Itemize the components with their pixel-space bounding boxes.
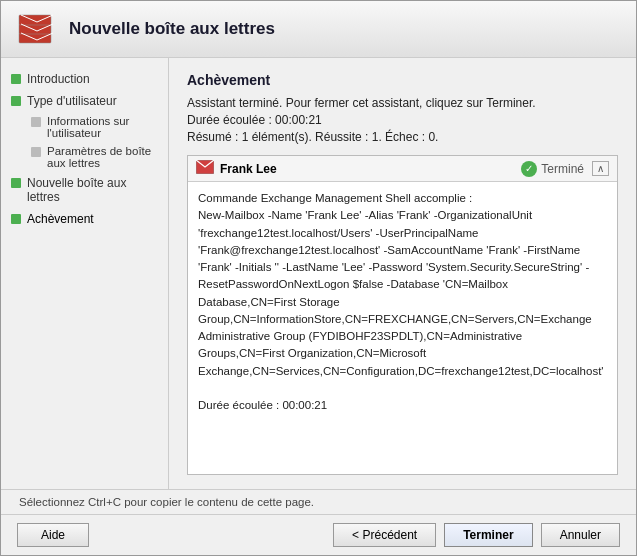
sidebar-item-parametres[interactable]: Paramètres de boîte aux lettres xyxy=(27,142,168,172)
result-user: Frank Lee xyxy=(196,160,277,177)
sidebar-item-introduction[interactable]: Introduction xyxy=(1,68,168,90)
sidebar-item-nouvelle-boite[interactable]: Nouvelle boîte aux lettres xyxy=(1,172,168,208)
button-bar: Aide < Précédent Terminer Annuler xyxy=(1,514,636,555)
result-user-name: Frank Lee xyxy=(220,162,277,176)
sidebar-dot-introduction xyxy=(11,74,21,84)
summary-text: Résumé : 1 élément(s). Réussite : 1. Éch… xyxy=(187,130,618,144)
back-button[interactable]: < Précédent xyxy=(333,523,436,547)
sidebar-dot-achevement xyxy=(11,214,21,224)
sidebar-item-informations[interactable]: Informations sur l'utilisateur xyxy=(27,112,168,142)
title-bar: Nouvelle boîte aux lettres xyxy=(1,1,636,58)
envelope-icon xyxy=(196,160,214,177)
sidebar-label-parametres: Paramètres de boîte aux lettres xyxy=(47,145,160,169)
content-area: Introduction Type d'utilisateur Informat… xyxy=(1,58,636,489)
app-icon xyxy=(17,11,57,47)
result-status: ✓ Terminé ∧ xyxy=(521,161,609,177)
result-box: Frank Lee ✓ Terminé ∧ Commande Exchange … xyxy=(187,155,618,475)
duration-text: Durée écoulée : 00:00:21 xyxy=(187,113,618,127)
check-icon: ✓ xyxy=(521,161,537,177)
result-command: Commande Exchange Management Shell accom… xyxy=(198,190,607,414)
result-header: Frank Lee ✓ Terminé ∧ xyxy=(188,156,617,182)
sidebar: Introduction Type d'utilisateur Informat… xyxy=(1,58,169,489)
sidebar-dot-type xyxy=(11,96,21,106)
help-button[interactable]: Aide xyxy=(17,523,89,547)
sidebar-dot-parametres xyxy=(31,147,41,157)
sidebar-sub-group: Informations sur l'utilisateur Paramètre… xyxy=(1,112,168,172)
main-content: Achèvement Assistant terminé. Pour ferme… xyxy=(169,58,636,489)
sidebar-label-informations: Informations sur l'utilisateur xyxy=(47,115,160,139)
footer-note: Sélectionnez Ctrl+C pour copier le conte… xyxy=(1,489,636,514)
cancel-button[interactable]: Annuler xyxy=(541,523,620,547)
dialog: Nouvelle boîte aux lettres Introduction … xyxy=(0,0,637,556)
sidebar-dot-nouvelle xyxy=(11,178,21,188)
sidebar-label-type: Type d'utilisateur xyxy=(27,94,117,108)
finish-button[interactable]: Terminer xyxy=(444,523,532,547)
sidebar-item-type-utilisateur[interactable]: Type d'utilisateur xyxy=(1,90,168,112)
collapse-button[interactable]: ∧ xyxy=(592,161,609,176)
section-title: Achèvement xyxy=(187,72,618,88)
status-label: Terminé xyxy=(541,162,584,176)
sidebar-dot-informations xyxy=(31,117,41,127)
sidebar-label-introduction: Introduction xyxy=(27,72,90,86)
result-body: Commande Exchange Management Shell accom… xyxy=(188,182,617,474)
intro-text: Assistant terminé. Pour fermer cet assis… xyxy=(187,96,618,110)
status-badge: ✓ Terminé xyxy=(521,161,584,177)
dialog-title: Nouvelle boîte aux lettres xyxy=(69,19,275,39)
sidebar-item-achevement[interactable]: Achèvement xyxy=(1,208,168,230)
sidebar-label-nouvelle: Nouvelle boîte aux lettres xyxy=(27,176,158,204)
sidebar-label-achevement: Achèvement xyxy=(27,212,94,226)
